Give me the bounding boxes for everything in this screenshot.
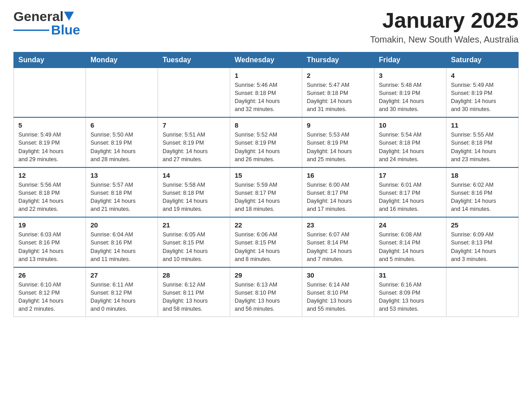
day-number: 3 — [379, 72, 442, 79]
table-row: 23Sunrise: 6:07 AM Sunset: 8:14 PM Dayli… — [302, 217, 374, 267]
table-row: 9Sunrise: 5:53 AM Sunset: 8:19 PM Daylig… — [302, 117, 374, 167]
day-info: Sunrise: 5:51 AM Sunset: 8:19 PM Dayligh… — [163, 131, 225, 163]
table-row: 30Sunrise: 6:14 AM Sunset: 8:10 PM Dayli… — [302, 267, 374, 317]
day-number: 21 — [163, 221, 225, 229]
day-number: 4 — [451, 72, 514, 79]
day-number: 23 — [307, 221, 369, 229]
day-number: 20 — [90, 221, 153, 229]
col-monday: Monday — [86, 52, 158, 68]
svg-marker-0 — [64, 12, 74, 21]
table-row: 17Sunrise: 6:01 AM Sunset: 8:17 PM Dayli… — [374, 167, 446, 218]
table-row: 1Sunrise: 5:46 AM Sunset: 8:18 PM Daylig… — [230, 68, 302, 117]
table-row: 8Sunrise: 5:52 AM Sunset: 8:19 PM Daylig… — [230, 117, 302, 167]
table-row: 4Sunrise: 5:49 AM Sunset: 8:19 PM Daylig… — [446, 68, 519, 117]
day-info: Sunrise: 5:47 AM Sunset: 8:18 PM Dayligh… — [307, 81, 369, 114]
day-number: 18 — [451, 171, 514, 179]
day-number: 8 — [235, 121, 297, 129]
title-area: January 2025 Tomakin, New South Wales, A… — [370, 9, 519, 45]
day-number: 19 — [18, 221, 81, 229]
day-info: Sunrise: 6:14 AM Sunset: 8:10 PM Dayligh… — [307, 281, 369, 313]
day-info: Sunrise: 6:01 AM Sunset: 8:17 PM Dayligh… — [379, 181, 442, 214]
day-info: Sunrise: 6:08 AM Sunset: 8:14 PM Dayligh… — [379, 231, 442, 263]
table-row — [446, 267, 519, 317]
table-row: 7Sunrise: 5:51 AM Sunset: 8:19 PM Daylig… — [158, 117, 230, 167]
table-row: 21Sunrise: 6:05 AM Sunset: 8:15 PM Dayli… — [158, 217, 230, 267]
day-info: Sunrise: 6:06 AM Sunset: 8:15 PM Dayligh… — [235, 231, 297, 263]
col-thursday: Thursday — [302, 52, 374, 68]
day-info: Sunrise: 6:16 AM Sunset: 8:09 PM Dayligh… — [379, 281, 442, 313]
table-row: 11Sunrise: 5:55 AM Sunset: 8:18 PM Dayli… — [446, 117, 519, 167]
day-number: 9 — [307, 121, 369, 129]
day-info: Sunrise: 6:10 AM Sunset: 8:12 PM Dayligh… — [18, 281, 81, 313]
day-number: 24 — [379, 221, 442, 229]
day-info: Sunrise: 5:59 AM Sunset: 8:17 PM Dayligh… — [235, 181, 297, 214]
table-row: 5Sunrise: 5:49 AM Sunset: 8:19 PM Daylig… — [14, 117, 86, 167]
table-row: 10Sunrise: 5:54 AM Sunset: 8:18 PM Dayli… — [374, 117, 446, 167]
day-info: Sunrise: 6:12 AM Sunset: 8:11 PM Dayligh… — [163, 281, 225, 313]
day-info: Sunrise: 5:49 AM Sunset: 8:19 PM Dayligh… — [451, 81, 514, 114]
day-info: Sunrise: 5:46 AM Sunset: 8:18 PM Dayligh… — [235, 81, 297, 114]
table-row: 25Sunrise: 6:09 AM Sunset: 8:13 PM Dayli… — [446, 217, 519, 267]
logo-underline — [13, 30, 49, 31]
calendar-table: Sunday Monday Tuesday Wednesday Thursday… — [13, 52, 519, 317]
day-info: Sunrise: 5:58 AM Sunset: 8:18 PM Dayligh… — [163, 181, 225, 214]
day-info: Sunrise: 6:11 AM Sunset: 8:12 PM Dayligh… — [90, 281, 153, 313]
table-row: 18Sunrise: 6:02 AM Sunset: 8:16 PM Dayli… — [446, 167, 519, 218]
day-number: 5 — [18, 121, 81, 129]
day-number: 16 — [307, 171, 369, 179]
day-number: 22 — [235, 221, 297, 229]
day-number: 26 — [18, 271, 81, 279]
table-row: 19Sunrise: 6:03 AM Sunset: 8:16 PM Dayli… — [14, 217, 86, 267]
table-row: 29Sunrise: 6:13 AM Sunset: 8:10 PM Dayli… — [230, 267, 302, 317]
day-info: Sunrise: 5:53 AM Sunset: 8:19 PM Dayligh… — [307, 131, 369, 163]
day-info: Sunrise: 6:03 AM Sunset: 8:16 PM Dayligh… — [18, 231, 81, 263]
table-row — [158, 68, 230, 117]
table-row: 24Sunrise: 6:08 AM Sunset: 8:14 PM Dayli… — [374, 217, 446, 267]
day-number: 1 — [235, 72, 297, 79]
day-number: 2 — [307, 72, 369, 79]
day-number: 10 — [379, 121, 442, 129]
day-info: Sunrise: 5:56 AM Sunset: 8:18 PM Dayligh… — [18, 181, 81, 214]
logo-text-blue: Blue — [51, 22, 80, 38]
day-info: Sunrise: 6:09 AM Sunset: 8:13 PM Dayligh… — [451, 231, 514, 263]
col-friday: Friday — [374, 52, 446, 68]
day-info: Sunrise: 6:04 AM Sunset: 8:16 PM Dayligh… — [90, 231, 153, 263]
day-info: Sunrise: 5:54 AM Sunset: 8:18 PM Dayligh… — [379, 131, 442, 163]
day-number: 27 — [90, 271, 153, 279]
table-row: 15Sunrise: 5:59 AM Sunset: 8:17 PM Dayli… — [230, 167, 302, 218]
table-row: 12Sunrise: 5:56 AM Sunset: 8:18 PM Dayli… — [14, 167, 86, 218]
day-number: 28 — [163, 271, 225, 279]
day-info: Sunrise: 5:52 AM Sunset: 8:19 PM Dayligh… — [235, 131, 297, 163]
day-info: Sunrise: 5:48 AM Sunset: 8:19 PM Dayligh… — [379, 81, 442, 114]
table-row: 27Sunrise: 6:11 AM Sunset: 8:12 PM Dayli… — [86, 267, 158, 317]
header: General Blue January 2025 Tomakin, New S… — [13, 9, 519, 45]
day-info: Sunrise: 6:00 AM Sunset: 8:17 PM Dayligh… — [307, 181, 369, 214]
table-row: 31Sunrise: 6:16 AM Sunset: 8:09 PM Dayli… — [374, 267, 446, 317]
day-number: 30 — [307, 271, 369, 279]
day-number: 29 — [235, 271, 297, 279]
day-number: 13 — [90, 171, 153, 179]
col-wednesday: Wednesday — [230, 52, 302, 68]
day-number: 6 — [90, 121, 153, 129]
day-number: 25 — [451, 221, 514, 229]
table-row: 26Sunrise: 6:10 AM Sunset: 8:12 PM Dayli… — [14, 267, 86, 317]
logo-text-general: General — [13, 9, 64, 24]
page-subtitle: Tomakin, New South Wales, Australia — [370, 34, 519, 45]
table-row: 22Sunrise: 6:06 AM Sunset: 8:15 PM Dayli… — [230, 217, 302, 267]
col-tuesday: Tuesday — [158, 52, 230, 68]
day-info: Sunrise: 6:07 AM Sunset: 8:14 PM Dayligh… — [307, 231, 369, 263]
calendar-header-row: Sunday Monday Tuesday Wednesday Thursday… — [14, 52, 519, 68]
day-number: 17 — [379, 171, 442, 179]
table-row: 3Sunrise: 5:48 AM Sunset: 8:19 PM Daylig… — [374, 68, 446, 117]
day-number: 31 — [379, 271, 442, 279]
logo: General Blue — [13, 9, 80, 38]
day-number: 14 — [163, 171, 225, 179]
logo-triangle-icon — [64, 12, 74, 21]
day-info: Sunrise: 5:55 AM Sunset: 8:18 PM Dayligh… — [451, 131, 514, 163]
col-sunday: Sunday — [14, 52, 86, 68]
day-number: 12 — [18, 171, 81, 179]
table-row: 13Sunrise: 5:57 AM Sunset: 8:18 PM Dayli… — [86, 167, 158, 218]
day-info: Sunrise: 6:02 AM Sunset: 8:16 PM Dayligh… — [451, 181, 514, 214]
table-row: 14Sunrise: 5:58 AM Sunset: 8:18 PM Dayli… — [158, 167, 230, 218]
day-info: Sunrise: 5:57 AM Sunset: 8:18 PM Dayligh… — [90, 181, 153, 214]
